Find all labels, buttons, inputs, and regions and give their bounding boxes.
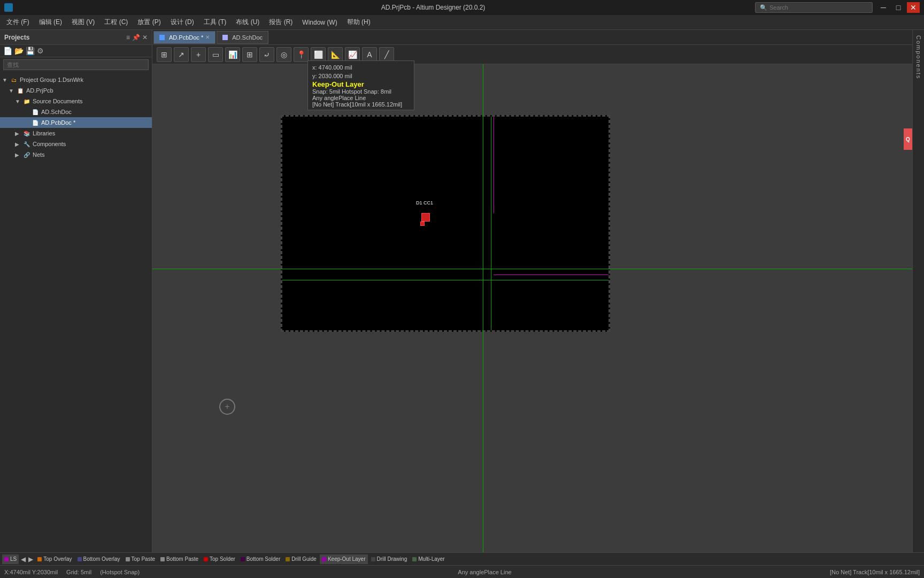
layer-bottom-overlay[interactable]: Bottom Overlay xyxy=(75,554,122,564)
text-button[interactable]: A xyxy=(362,47,377,62)
menu-help[interactable]: 帮助 (H) xyxy=(343,16,375,29)
pcb-component[interactable]: D1 CC1 xyxy=(419,208,440,226)
layer-top-solder[interactable]: Top Solder xyxy=(202,554,237,564)
window-title: AD.PrjPcb - Altium Designer (20.0.2) xyxy=(111,4,755,11)
tree-item-project[interactable]: ▼ 📋 AD.PrjPcb xyxy=(0,85,152,96)
nets-label: Nets xyxy=(33,151,45,158)
layer-statusbar: LS ◀ ▶ Top Overlay Bottom Overlay Top Pa… xyxy=(0,552,924,565)
maximize-button[interactable]: □ xyxy=(892,2,905,13)
panel-pin-icon[interactable]: 📌 xyxy=(132,34,140,41)
layer-keepout[interactable]: Keep-Out Layer xyxy=(320,554,368,564)
tab-schdoc[interactable]: AD.SchDoc xyxy=(217,31,268,44)
layer-scroll-left[interactable]: ◀ xyxy=(20,556,27,563)
coord-display: X:4740mil Y:2030mil xyxy=(4,569,58,575)
tree-item-schdoc[interactable]: ▶ 📄 AD.SchDoc xyxy=(0,107,152,117)
menu-report[interactable]: 报告 (R) xyxy=(265,16,297,29)
grid-button[interactable]: ⊞ xyxy=(242,47,257,62)
layer-multi[interactable]: Multi-Layer xyxy=(410,554,446,564)
track-horizontal xyxy=(494,275,609,275)
close-button[interactable]: ✕ xyxy=(907,2,920,13)
layer-dot-multi xyxy=(412,557,417,561)
pcb-tab-icon xyxy=(159,35,165,40)
panel-menu-icon[interactable]: ≡ xyxy=(126,34,130,41)
search-input[interactable] xyxy=(769,4,868,11)
tab-pcbdoc-label: AD.PcbDoc * xyxy=(169,34,203,41)
layer-dot-drill-drawing xyxy=(371,557,375,561)
tree-item-source-docs[interactable]: ▼ 📁 Source Documents xyxy=(0,96,152,107)
layer-name: Keep-Out Layer xyxy=(312,80,410,88)
window-controls: ─ □ ✕ xyxy=(877,2,920,13)
measure-button[interactable]: 📐 xyxy=(328,47,343,62)
minimize-button[interactable]: ─ xyxy=(877,2,890,13)
save-project-icon[interactable]: 💾 xyxy=(26,47,35,55)
add-button[interactable]: + xyxy=(191,47,206,62)
layer-drill-drawing[interactable]: Drill Drawing xyxy=(369,554,410,564)
layer-label-drill-drawing: Drill Drawing xyxy=(377,556,407,562)
project-label: AD.PrjPcb xyxy=(26,87,53,94)
app-icon xyxy=(4,3,13,12)
menu-tools[interactable]: 工具 (T) xyxy=(199,16,231,29)
tree-item-pcbdoc[interactable]: ▶ 📄 AD.PcbDoc * xyxy=(0,117,152,128)
mode-display: Any anglePlace Line xyxy=(458,569,511,575)
open-project-icon[interactable]: 📂 xyxy=(14,47,24,55)
canvas-area[interactable]: D1 CC1 Q xyxy=(152,64,912,552)
layer-dot-bottom-solder xyxy=(241,557,245,561)
rect-button[interactable]: ▭ xyxy=(208,47,223,62)
menu-window[interactable]: Window (W) xyxy=(298,17,341,28)
component-label: D1 CC1 xyxy=(416,200,433,206)
menu-file[interactable]: 文件 (F) xyxy=(2,16,34,29)
pin-button[interactable]: 📍 xyxy=(294,47,309,62)
layer-label-top-overlay: Top Overlay xyxy=(43,556,72,562)
right-panel-label[interactable]: Components xyxy=(915,35,922,79)
tab-pcbdoc-close[interactable]: ✕ xyxy=(205,34,210,40)
mode-info: Any anglePlace Line xyxy=(312,95,410,101)
tree-item-group[interactable]: ▼ 🗂 Project Group 1.DsnWrk xyxy=(0,74,152,85)
select-button[interactable]: ↗ xyxy=(174,47,189,62)
panel-close-icon[interactable]: ✕ xyxy=(142,34,148,41)
component-body xyxy=(421,213,430,222)
pcbdoc-label: AD.PcbDoc * xyxy=(41,119,75,126)
menu-project[interactable]: 工程 (C) xyxy=(100,16,132,29)
layer-drill-guide[interactable]: Drill Guide xyxy=(283,554,319,564)
active-layer-indicator[interactable]: LS xyxy=(2,554,19,564)
menu-design[interactable]: 设计 (D) xyxy=(166,16,198,29)
settings-icon[interactable]: ⚙ xyxy=(37,47,44,55)
tree-item-components[interactable]: ▶ 🔧 Components xyxy=(0,139,152,149)
layer-label-bottom-paste: Bottom Paste xyxy=(166,556,198,562)
layer-label-keepout: Keep-Out Layer xyxy=(328,556,366,562)
route-button[interactable]: ⤾ xyxy=(259,47,274,62)
tree-item-nets[interactable]: ▶ 🔗 Nets xyxy=(0,149,152,160)
pad-button[interactable]: ⬜ xyxy=(311,47,326,62)
document-tabs: AD.PcbDoc * ✕ AD.SchDoc xyxy=(152,30,912,45)
search-bar[interactable]: 🔍 xyxy=(755,2,873,13)
layer-bottom-solder[interactable]: Bottom Solder xyxy=(238,554,282,564)
pcb-board[interactable]: D1 CC1 xyxy=(281,115,610,332)
chart-button[interactable]: 📊 xyxy=(225,47,240,62)
components-label: Components xyxy=(33,141,66,147)
menu-edit[interactable]: 编辑 (E) xyxy=(35,16,66,29)
pcb-crosshair-vertical xyxy=(491,117,491,330)
notification-dot[interactable]: Q xyxy=(904,128,912,150)
panel-search-input[interactable] xyxy=(3,59,149,70)
layer-scroll-right[interactable]: ▶ xyxy=(27,556,34,563)
layer-top-overlay[interactable]: Top Overlay xyxy=(35,554,74,564)
group-label: Project Group 1.DsnWrk xyxy=(20,77,83,83)
coord-y: y: 2030.000 mil xyxy=(312,72,410,80)
menu-view[interactable]: 视图 (V) xyxy=(67,16,99,29)
menubar: 文件 (F) 编辑 (E) 视图 (V) 工程 (C) 放置 (P) 设计 (D… xyxy=(0,15,924,30)
graph-button[interactable]: 📈 xyxy=(345,47,360,62)
layer-top-paste[interactable]: Top Paste xyxy=(124,554,157,564)
layer-dot-top-paste xyxy=(126,557,130,561)
menu-route[interactable]: 布线 (U) xyxy=(232,16,264,29)
new-project-icon[interactable]: 📄 xyxy=(3,47,12,55)
layer-dot-keepout xyxy=(322,557,326,561)
track-vertical xyxy=(494,117,494,213)
layer-bottom-paste[interactable]: Bottom Paste xyxy=(158,554,201,564)
line-button[interactable]: ╱ xyxy=(379,47,394,62)
project-tree: ▼ 🗂 Project Group 1.DsnWrk ▼ 📋 AD.PrjPcb… xyxy=(0,72,152,552)
menu-place[interactable]: 放置 (P) xyxy=(133,16,165,29)
tree-item-libraries[interactable]: ▶ 📚 Libraries xyxy=(0,128,152,139)
via-button[interactable]: ◎ xyxy=(276,47,291,62)
filter-button[interactable]: ⊞ xyxy=(157,47,172,62)
tab-pcbdoc[interactable]: AD.PcbDoc * ✕ xyxy=(153,31,215,44)
